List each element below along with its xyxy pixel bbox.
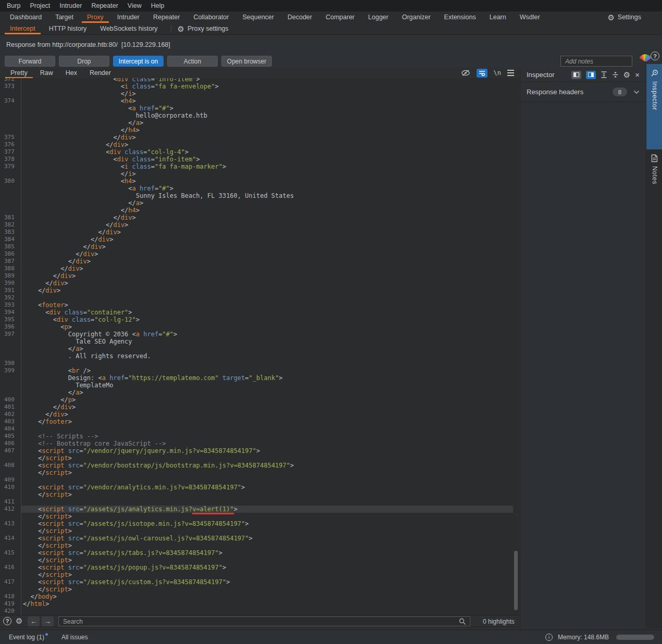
code-row: 419</html> [0,600,519,608]
layout-right-toggle[interactable] [586,71,596,79]
code-view[interactable]: 372 <div class="info-item">373 <i class=… [0,78,519,615]
code-row: 380 <h4> [0,178,519,185]
drop-button[interactable]: Drop [59,56,109,67]
code-row: 386 </div> [0,250,519,258]
newline-toggle-icon[interactable]: \n [494,69,501,77]
tab-sequencer[interactable]: Sequencer [235,11,280,23]
search-help-icon[interactable]: ? [3,617,11,625]
line-number: 406 [0,440,19,447]
code-row: 377 <div class="col-lg-4"> [0,148,519,156]
menu-item-burp[interactable]: Burp [2,2,25,9]
tab-comparer[interactable]: Comparer [319,11,361,23]
event-log-button[interactable]: Event log (1) [9,633,48,641]
line-number [0,586,19,593]
code-row: 388 </div> [0,265,519,272]
code-text: <footer> [23,301,68,309]
search-icon[interactable] [459,618,466,625]
highlight-color-icon[interactable] [639,52,651,62]
subtab-intercept[interactable]: Intercept [3,23,42,34]
word-wrap-icon[interactable] [477,69,488,78]
next-match-button[interactable]: → [42,616,54,626]
event-log-dot [45,633,48,636]
line-number [0,527,19,535]
tab-intruder[interactable]: Intruder [110,11,146,23]
code-text: <p> [23,323,72,331]
line-number [0,112,19,119]
code-row: 407 <script src="/vendor/jquery/jquery.m… [0,447,519,454]
previous-match-button[interactable]: ← [28,616,40,626]
message-editor[interactable]: PrettyRawHexRender \n 372 [0,68,519,628]
collapse-all-icon[interactable] [612,71,619,78]
action-button[interactable]: Action [167,56,218,67]
all-issues-button[interactable]: All issues [61,634,88,641]
line-number: 375 [0,134,19,141]
line-number [0,557,19,564]
intercept-is-on-button[interactable]: Intercept is on [113,56,164,67]
hide-nonprinting-icon[interactable] [461,69,470,77]
code-text: </div> [23,134,136,141]
line-number: 391 [0,287,19,294]
forward-button[interactable]: Forward [5,56,55,67]
code-text: </div> [23,229,121,236]
editor-tab-hex[interactable]: Hex [59,68,83,78]
editor-tab-bar: PrettyRawHexRender \n [0,68,519,78]
line-number: 409 [0,476,19,484]
code-text: <div class="container"> [23,309,132,316]
settings-button[interactable]: ⚙ Settings [607,11,662,23]
search-settings-icon[interactable]: ⚙ [16,617,22,625]
tab-decoder[interactable]: Decoder [281,11,319,23]
status-left: Event log (1) All issues [0,633,88,641]
menu-item-help[interactable]: Help [146,2,169,9]
line-number [0,389,19,396]
search-input[interactable] [58,616,470,626]
proxy-settings-button[interactable]: ⚙ Proxy settings [178,23,229,34]
line-number: 393 [0,301,19,309]
code-row: 418 </body> [0,593,519,600]
subtab-http-history[interactable]: HTTP history [42,23,94,34]
layout-left-toggle[interactable] [571,71,581,79]
side-tab-notes[interactable]: Notes [646,149,662,212]
code-text: </script> [23,469,72,476]
code-row: 401 </div> [0,403,519,411]
editor-tab-render[interactable]: Render [83,68,117,78]
tab-logger[interactable]: Logger [361,11,395,23]
code-row: 376 </div> [0,141,519,148]
line-number [0,345,19,352]
close-icon[interactable]: × [635,71,640,79]
tab-collaborator[interactable]: Collaborator [186,11,235,23]
menu-item-view[interactable]: View [123,2,146,9]
code-text: Design: <a href="https://templatemo.com"… [23,374,283,382]
menu-item-project[interactable]: Project [25,2,55,9]
editor-menu-icon[interactable] [507,70,514,76]
tab-learn[interactable]: Learn [483,11,513,23]
code-text: </html> [23,600,49,608]
menu-item-repeater[interactable]: Repeater [86,2,122,9]
tab-wsdler[interactable]: Wsdler [513,11,547,23]
inspector-settings-icon[interactable]: ⚙ [623,71,630,79]
tab-extensions[interactable]: Extensions [438,11,483,23]
code-text: </body> [23,593,57,600]
editor-tab-raw[interactable]: Raw [34,68,59,78]
code-row: </script> [0,454,519,462]
response-headers-section[interactable]: Response headers 8 [520,82,646,102]
line-number: 378 [0,156,19,163]
tab-repeater[interactable]: Repeater [146,11,186,23]
line-number: 392 [0,294,19,301]
subtab-websockets-history[interactable]: WebSockets history [93,23,164,34]
open-browser-button[interactable]: Open browser [221,56,272,67]
tab-proxy[interactable]: Proxy [80,11,110,23]
tab-organizer[interactable]: Organizer [395,11,438,23]
expand-all-icon[interactable] [601,71,607,78]
code-text: hello@corporate.htb [23,112,207,119]
add-notes-input[interactable] [560,56,632,67]
tab-target[interactable]: Target [48,11,80,23]
menu-item-intruder[interactable]: Intruder [55,2,86,9]
vertical-scrollbar[interactable] [514,551,518,610]
code-text: <script src="/assets/js/popup.js?v=83458… [23,564,226,571]
tab-dashboard[interactable]: Dashboard [3,11,48,23]
side-tab-inspector[interactable]: Inspector [646,64,662,149]
editor-tab-pretty[interactable]: Pretty [4,68,34,78]
code-row: 399 <br /> [0,367,519,374]
line-number: 373 [0,83,19,90]
help-icon[interactable]: ? [651,52,659,60]
